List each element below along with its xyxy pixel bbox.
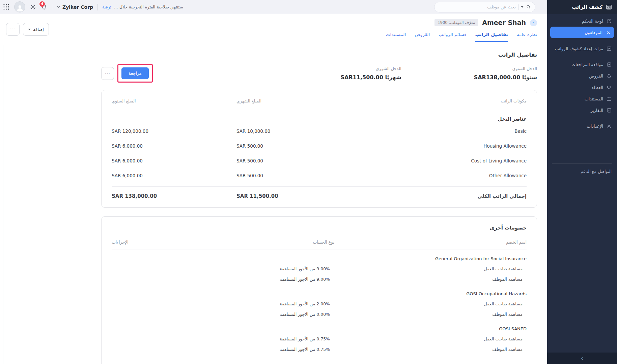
trial-banner: ستنتهي صلاحية الفترة التجريبية خلال ... … <box>102 4 183 9</box>
col-deduction-name: اسم الخصم <box>334 240 527 245</box>
tab-payslips[interactable]: قسائم الرواتب <box>439 32 466 42</box>
search-divider <box>518 4 518 10</box>
tab-salary-details[interactable]: تفاصيل الراتب <box>475 32 508 42</box>
sidebar-item-dashboard[interactable]: لوحة التحكم <box>547 15 617 27</box>
approvals-icon <box>606 62 612 67</box>
components-table-header: مكونات الراتب المبلغ الشهري المبلغ السنو… <box>112 90 527 108</box>
org-selector[interactable]: Zylker Corp <box>57 4 93 10</box>
chevron-right-icon: › <box>533 20 535 25</box>
trial-message: ستنتهي صلاحية الفترة التجريبية خلال ... <box>114 4 183 9</box>
topbar-divider <box>52 4 52 10</box>
salary-details-content: تفاصيل الراتب الدخل السنوي SAR138,000.00… <box>101 52 537 364</box>
search-scope-caret-icon[interactable] <box>521 6 524 8</box>
tab-documents[interactable]: المستندات <box>386 32 406 42</box>
deduction-group: GOSI Occupational Hazards مساهمة صاحب ال… <box>112 286 527 320</box>
upgrade-link[interactable]: ترقية <box>102 4 111 9</box>
app-title: كشف الراتب <box>572 4 602 10</box>
tab-loans[interactable]: القروض <box>415 32 430 42</box>
salary-more-button[interactable]: ··· <box>101 67 114 80</box>
col-actions: الإجراءات <box>112 240 209 245</box>
topbar-left-cluster: 4 Zylker Corp ستنتهي صلاحية الفترة التجر… <box>3 1 183 12</box>
deduction-group-name: GOSI SANED <box>112 321 527 334</box>
gear-icon <box>606 123 612 129</box>
notification-count-badge: 4 <box>39 1 45 7</box>
page-header: › Ameer Shah معرّف الموظف: 1900 ··· إضاف… <box>0 14 547 42</box>
back-to-list-button[interactable]: › <box>530 19 537 26</box>
reports-icon <box>606 108 612 113</box>
deduction-row: مساهمة الموظف 0.00% من الأجور المساهمة <box>112 309 527 320</box>
deduction-row: مساهمة صاحب العمل 0.75% من الأجور المساه… <box>112 334 527 344</box>
search-input[interactable] <box>458 4 516 9</box>
employees-icon <box>606 30 611 35</box>
employee-header-row: › Ameer Shah معرّف الموظف: 1900 <box>0 19 547 26</box>
earnings-group-label: عناصر الدخل <box>112 108 527 124</box>
sidebar-item-loans[interactable]: القروض <box>547 70 617 82</box>
income-summary: الدخل السنوي SAR138,000.00 سنويًا الدخل … <box>341 66 537 81</box>
sidebar-item-giving[interactable]: العطاء <box>547 82 617 93</box>
employee-tabs: نظرة عامة تفاصيل الراتب قسائم الرواتب ال… <box>0 26 547 42</box>
search-icon[interactable] <box>526 4 531 9</box>
sidebar-item-approvals[interactable]: موافقة المراجعات <box>547 59 617 70</box>
deduction-group: General Organization for Social Insuranc… <box>112 251 527 284</box>
review-highlight-annotation: مراجعة <box>117 64 153 83</box>
section-title: تفاصيل الراتب <box>101 52 537 58</box>
sidebar-nav: لوحة التحكم الموظفون مرات إعداد كشوف الر… <box>547 14 617 179</box>
avatar-person-icon <box>16 4 24 12</box>
annual-income-block: الدخل السنوي SAR138,000.00 سنويًا <box>474 66 537 81</box>
user-avatar[interactable] <box>14 1 25 12</box>
sidebar: كشف الراتب لوحة التحكم الموظفون مرات إعد… <box>547 0 617 364</box>
deduction-group-name: GOSI Occupational Hazards <box>112 286 527 299</box>
caret-down-icon <box>28 29 31 30</box>
apps-grid-button[interactable] <box>3 3 10 10</box>
gear-icon <box>30 4 36 10</box>
topbar-divider <box>97 4 98 10</box>
annual-income-value: SAR138,000.00 سنويًا <box>474 74 537 81</box>
deduction-row: مساهمة الموظف 0.75% من الأجور المساهمة <box>112 344 527 355</box>
payruns-icon <box>606 46 612 52</box>
table-row: Housing Allowance SAR 500.00 SAR 6,000.0… <box>112 139 527 153</box>
col-account-type: نوع الحساب <box>209 240 334 245</box>
chevron-down-icon <box>57 5 60 9</box>
tab-overview[interactable]: نظرة عامة <box>517 32 537 42</box>
chevron-collapse-icon: › <box>581 355 583 362</box>
employee-page: › Ameer Shah معرّف الموظف: 1900 ··· إضاف… <box>0 14 547 364</box>
sidebar-item-employees[interactable]: الموظفون <box>550 27 614 38</box>
sidebar-item-documents[interactable]: المستندات <box>547 93 617 104</box>
deduction-group-name: General Organization for Social Insuranc… <box>112 251 527 264</box>
table-row: Cost of Living Allowance SAR 500.00 SAR … <box>112 153 527 168</box>
review-actions: مراجعة ··· <box>101 64 153 83</box>
payroll-app-icon <box>606 4 612 10</box>
salary-components-card: مكونات الراتب المبلغ الشهري المبلغ السنو… <box>101 90 537 208</box>
other-deductions-card: خصومات أخرى اسم الخصم نوع الحساب الإجراء… <box>101 216 537 364</box>
employee-id-badge: معرّف الموظف: 1900 <box>434 19 478 26</box>
monthly-income-value: SAR11,500.00 شهريًا <box>341 74 401 81</box>
grid-icon <box>3 3 10 10</box>
loans-icon <box>606 73 612 79</box>
deduction-row: مساهمة صاحب العمل 2.00% من الأجور المساه… <box>112 299 527 309</box>
table-row: Basic SAR 10,000.00 SAR 120,000.00 <box>112 124 527 139</box>
deduction-group: GOSI SANED مساهمة صاحب العمل 0.75% من ال… <box>112 321 527 355</box>
deduction-row: مساهمة الموظف 9.00% من الأجور المساهمة <box>112 274 527 284</box>
monthly-income-block: الدخل الشهري SAR11,500.00 شهريًا <box>341 66 401 81</box>
annual-income-label: الدخل السنوي <box>474 66 537 71</box>
income-summary-row: الدخل السنوي SAR138,000.00 سنويًا الدخل … <box>101 64 537 83</box>
review-button[interactable]: مراجعة <box>121 67 149 79</box>
page-actions: ··· إضافة <box>6 23 49 36</box>
sidebar-item-reports[interactable]: التقارير <box>547 104 617 116</box>
topbar: 4 Zylker Corp ستنتهي صلاحية الفترة التجر… <box>0 0 547 14</box>
sidebar-collapse-button[interactable]: › <box>547 353 617 364</box>
total-row: إجمالي الراتب الكلي SAR 11,500.00 SAR 13… <box>112 186 527 207</box>
add-button[interactable]: إضافة <box>23 23 49 36</box>
app-title-bar: كشف الراتب <box>547 0 617 14</box>
page-more-button[interactable]: ··· <box>6 23 20 36</box>
col-monthly: المبلغ الشهري <box>236 98 361 103</box>
sidebar-item-settings[interactable]: الإعدادات <box>547 120 617 132</box>
dashboard-icon <box>606 18 612 24</box>
settings-gear-button[interactable] <box>30 4 36 10</box>
org-name: Zylker Corp <box>62 4 93 10</box>
sidebar-item-payruns[interactable]: مرات إعداد كشوف الرواتب <box>547 43 617 54</box>
main-area: 4 Zylker Corp ستنتهي صلاحية الفترة التجر… <box>0 0 547 364</box>
contact-support-link[interactable]: التواصل مع الدعم <box>547 164 617 179</box>
col-annual: المبلغ السنوي <box>112 98 236 103</box>
employee-search[interactable] <box>434 2 535 12</box>
